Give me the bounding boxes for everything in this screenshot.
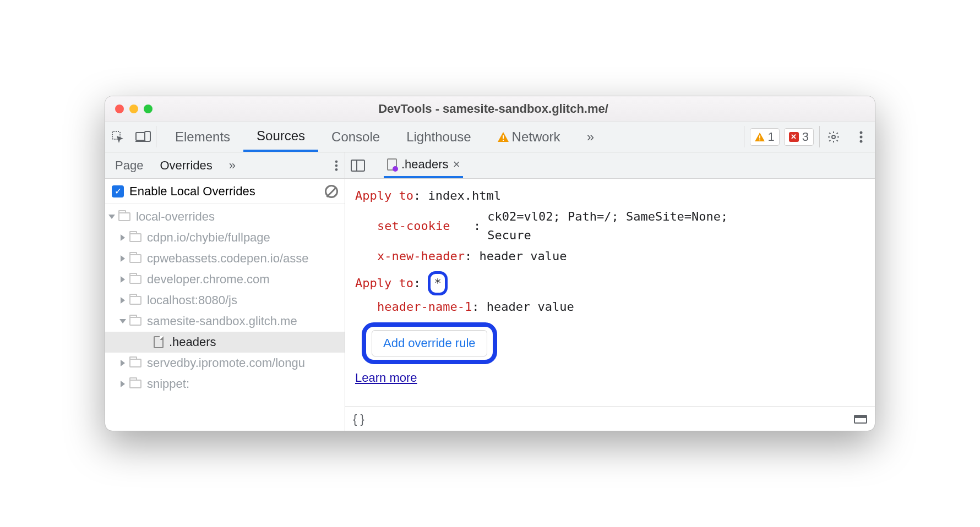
apply-to-row: Apply to: index.html: [355, 186, 865, 205]
header-row: set-cookie : ck02=vl02; Path=/; SameSite…: [377, 207, 865, 245]
svg-rect-4: [503, 135, 504, 139]
folder-icon: [129, 275, 141, 284]
navigator-sidebar: Page Overrides » ✓ Enable Local Override…: [105, 152, 345, 431]
main-toolbar: Elements Sources Console Lighthouse Netw…: [105, 122, 875, 152]
folder-icon: [118, 212, 130, 221]
tree-folder[interactable]: cpwebassets.codepen.io/asse: [105, 248, 345, 269]
errors-counter[interactable]: ✕ 3: [784, 128, 814, 146]
warning-icon: [498, 132, 509, 142]
svg-point-8: [832, 135, 835, 139]
zoom-window-button[interactable]: [144, 105, 153, 113]
more-icon[interactable]: [847, 122, 875, 152]
overrides-tree: local-overrides cdpn.io/chybie/fullpage …: [105, 204, 345, 431]
modified-dot-icon: [393, 166, 398, 172]
apply-to-row: Apply to: *: [355, 271, 865, 295]
svg-rect-7: [759, 139, 760, 140]
editor-tabbar: .headers ×: [345, 152, 875, 179]
editor-footer: { }: [345, 407, 875, 431]
tree-file-headers[interactable]: .headers: [105, 332, 345, 353]
tabs-overflow[interactable]: »: [574, 122, 607, 152]
error-icon: ✕: [789, 132, 799, 142]
file-tab-headers[interactable]: .headers ×: [384, 152, 463, 178]
navigator-tabs: Page Overrides »: [105, 152, 345, 179]
titlebar: DevTools - samesite-sandbox.glitch.me/: [105, 96, 875, 122]
close-window-button[interactable]: [115, 105, 124, 113]
learn-more-link[interactable]: Learn more: [355, 369, 417, 387]
navigator-tab-page[interactable]: Page: [112, 152, 146, 178]
clear-overrides-icon[interactable]: [325, 185, 338, 198]
tab-console[interactable]: Console: [318, 122, 393, 152]
device-toolbar-icon[interactable]: [130, 122, 156, 152]
tab-elements[interactable]: Elements: [162, 122, 243, 152]
toggle-navigator-icon[interactable]: [351, 160, 365, 172]
enable-overrides-label: Enable Local Overrides: [129, 184, 255, 199]
close-tab-icon[interactable]: ×: [453, 157, 460, 172]
headers-editor[interactable]: Apply to: index.html set-cookie : ck02=v…: [345, 179, 875, 407]
svg-point-12: [335, 160, 338, 163]
inspect-icon[interactable]: [105, 122, 130, 152]
svg-point-13: [335, 164, 338, 167]
warnings-counter[interactable]: 1: [750, 128, 780, 146]
add-override-rule-button[interactable]: Add override rule: [372, 330, 487, 356]
header-name[interactable]: header-name-1: [377, 298, 472, 316]
header-name[interactable]: set-cookie: [377, 217, 473, 235]
navigator-tab-overrides[interactable]: Overrides: [156, 152, 215, 178]
folder-icon: [129, 233, 141, 242]
tree-folder-open[interactable]: samesite-sandbox.glitch.me: [105, 311, 345, 332]
sources-panel: Page Overrides » ✓ Enable Local Override…: [105, 152, 875, 431]
tab-network[interactable]: Network: [484, 122, 574, 152]
header-name[interactable]: x-new-header: [377, 247, 465, 266]
folder-icon: [129, 254, 141, 263]
header-row: header-name-1: header value: [377, 298, 865, 316]
header-value[interactable]: header value: [479, 247, 567, 266]
window-title: DevTools - samesite-sandbox.glitch.me/: [153, 102, 834, 116]
svg-point-14: [335, 168, 338, 171]
navigator-tabs-overflow[interactable]: »: [226, 152, 239, 178]
svg-point-11: [860, 140, 863, 142]
tab-lighthouse[interactable]: Lighthouse: [393, 122, 484, 152]
editor-pane: .headers × Apply to: index.html set-cook…: [345, 152, 875, 431]
svg-rect-6: [759, 135, 760, 138]
header-value[interactable]: ck02=vl02; Path=/; SameSite=None; Secure: [487, 207, 774, 245]
header-row: x-new-header: header value: [377, 247, 865, 266]
enable-overrides-row: ✓ Enable Local Overrides: [105, 179, 345, 204]
svg-rect-3: [145, 131, 150, 141]
svg-point-9: [860, 131, 863, 134]
add-rule-highlight: Add override rule: [362, 322, 497, 364]
svg-rect-5: [503, 140, 504, 141]
tree-folder[interactable]: servedby.ipromote.com/longu: [105, 353, 345, 374]
apply-to-highlight: *: [428, 271, 447, 295]
navigator-more-icon[interactable]: [335, 160, 338, 172]
settings-icon[interactable]: [820, 122, 847, 152]
tree-folder-root[interactable]: local-overrides: [105, 206, 345, 227]
panel-tabs: Elements Sources Console Lighthouse Netw…: [156, 122, 744, 152]
devtools-window: DevTools - samesite-sandbox.glitch.me/ E…: [105, 96, 875, 431]
tab-sources[interactable]: Sources: [243, 122, 318, 152]
warning-icon: [755, 133, 765, 141]
file-icon: [154, 336, 164, 348]
tree-folder[interactable]: developer.chrome.com: [105, 269, 345, 290]
toggle-drawer-icon[interactable]: [854, 415, 867, 424]
tree-folder[interactable]: localhost:8080/js: [105, 290, 345, 311]
header-value[interactable]: header value: [487, 298, 574, 316]
braces-icon[interactable]: { }: [353, 412, 364, 426]
tree-folder[interactable]: cdpn.io/chybie/fullpage: [105, 227, 345, 248]
svg-point-10: [860, 135, 863, 138]
file-icon: [387, 158, 397, 171]
folder-icon: [129, 317, 141, 326]
folder-icon: [129, 359, 141, 367]
enable-overrides-checkbox[interactable]: ✓: [112, 185, 124, 197]
folder-icon: [129, 296, 141, 305]
folder-icon: [129, 380, 141, 388]
minimize-window-button[interactable]: [129, 105, 138, 113]
issue-counters: 1 ✕ 3: [744, 122, 820, 152]
window-controls: [115, 105, 153, 113]
tree-folder[interactable]: snippet:: [105, 374, 345, 394]
